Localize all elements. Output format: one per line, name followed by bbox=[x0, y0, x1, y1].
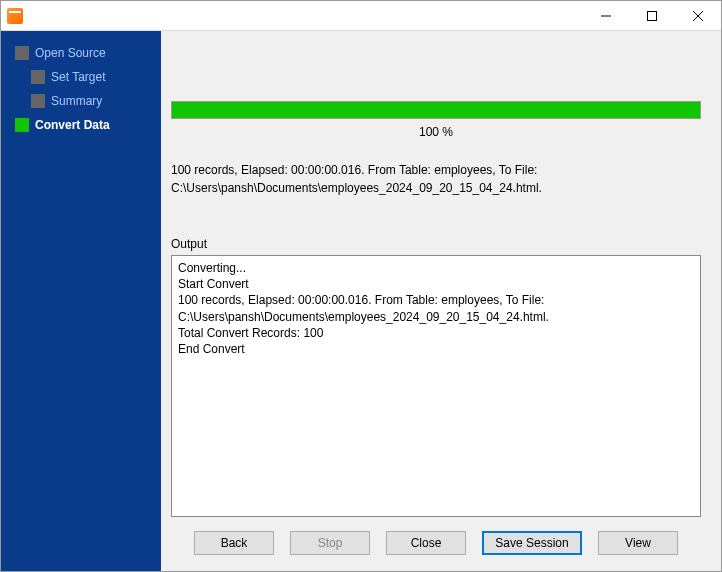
step-marker-icon bbox=[15, 46, 29, 60]
window-controls bbox=[583, 1, 721, 30]
maximize-button[interactable] bbox=[629, 1, 675, 30]
svg-rect-1 bbox=[648, 11, 657, 20]
save-session-button[interactable]: Save Session bbox=[482, 531, 582, 555]
step-summary[interactable]: Summary bbox=[1, 89, 161, 113]
app-icon bbox=[7, 8, 23, 24]
main-panel: 100 % 100 records, Elapsed: 00:00:00.016… bbox=[161, 31, 721, 571]
close-button[interactable] bbox=[675, 1, 721, 30]
step-set-target[interactable]: Set Target bbox=[1, 65, 161, 89]
titlebar bbox=[1, 1, 721, 31]
step-label: Open Source bbox=[35, 46, 106, 60]
minimize-button[interactable] bbox=[583, 1, 629, 30]
stop-button[interactable]: Stop bbox=[290, 531, 370, 555]
sidebar: Open Source Set Target Summary Convert D… bbox=[1, 31, 161, 571]
output-textarea[interactable]: Converting... Start Convert 100 records,… bbox=[171, 255, 701, 517]
progress-bar bbox=[171, 101, 701, 119]
step-label: Set Target bbox=[51, 70, 105, 84]
close-button-action[interactable]: Close bbox=[386, 531, 466, 555]
back-button[interactable]: Back bbox=[194, 531, 274, 555]
step-label: Convert Data bbox=[35, 118, 110, 132]
step-open-source[interactable]: Open Source bbox=[1, 41, 161, 65]
progress-percent: 100 % bbox=[171, 125, 701, 139]
output-label: Output bbox=[171, 237, 701, 251]
view-button[interactable]: View bbox=[598, 531, 678, 555]
step-label: Summary bbox=[51, 94, 102, 108]
step-marker-icon bbox=[31, 70, 45, 84]
step-marker-icon bbox=[15, 118, 29, 132]
button-row: Back Stop Close Save Session View bbox=[171, 517, 701, 561]
status-text: 100 records, Elapsed: 00:00:00.016. From… bbox=[171, 161, 701, 197]
step-marker-icon bbox=[31, 94, 45, 108]
step-convert-data[interactable]: Convert Data bbox=[1, 113, 161, 137]
